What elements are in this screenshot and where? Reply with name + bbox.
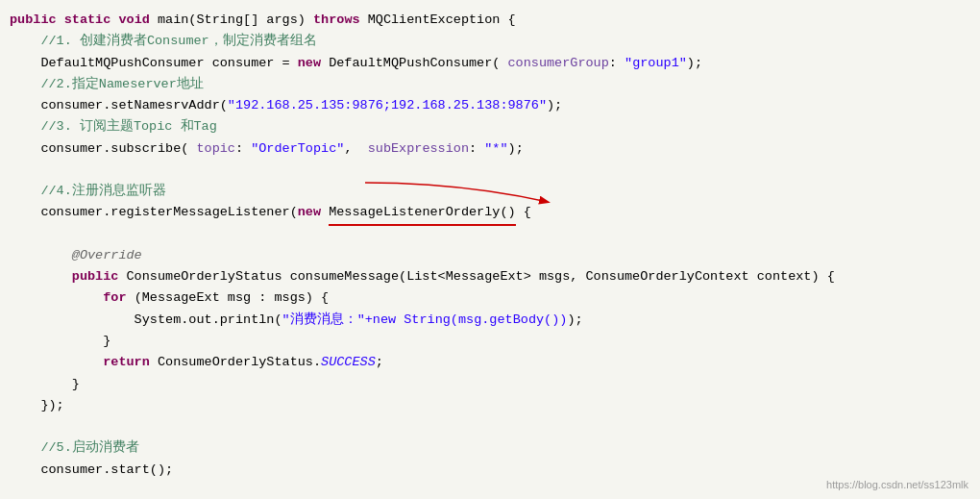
keyword-public-2: public bbox=[72, 266, 119, 287]
keyword-public: public bbox=[10, 10, 57, 31]
keyword-void: void bbox=[118, 10, 149, 31]
string-star: "*" bbox=[484, 138, 507, 160]
param-subexpression: subExpression bbox=[368, 138, 469, 160]
param-consumergroup: consumerGroup bbox=[508, 53, 609, 74]
keyword-throws: throws bbox=[313, 10, 360, 31]
code-container: public static void main(String[] args) t… bbox=[0, 0, 980, 499]
code-line-20 bbox=[10, 416, 965, 437]
code-line-19: }); bbox=[10, 395, 965, 416]
code-line-1: public static void main(String[] args) t… bbox=[10, 10, 965, 31]
comment-5: //5.启动消费者 bbox=[10, 437, 139, 459]
code-line-18: } bbox=[10, 374, 965, 395]
string-consume-msg: "消费消息："+new String(msg.getBody()) bbox=[282, 310, 568, 331]
code-line-2: //1. 创建消费者Consumer，制定消费者组名 bbox=[10, 31, 965, 52]
keyword-static: static bbox=[64, 10, 111, 31]
annotation-override: @Override bbox=[72, 245, 142, 266]
code-line-16: } bbox=[10, 331, 965, 352]
code-line-13: public ConsumeOrderlyStatus consumeMessa… bbox=[10, 266, 965, 287]
code-line-3: DefaultMQPushConsumer consumer = new Def… bbox=[10, 53, 965, 74]
string-ordertopic: "OrderTopic" bbox=[251, 138, 344, 160]
code-line-8 bbox=[10, 160, 965, 181]
string-group1: "group1" bbox=[625, 53, 687, 74]
code-line-10: consumer.registerMessageListener(new Mes… bbox=[10, 202, 965, 223]
code-line-11 bbox=[10, 224, 965, 245]
code-line-22: consumer.start(); bbox=[10, 460, 965, 481]
code-line-21: //5.启动消费者 bbox=[10, 437, 965, 459]
code-line-5: consumer.setNamesrvAddr("192.168.25.135:… bbox=[10, 95, 965, 116]
comment-1: //1. 创建消费者Consumer，制定消费者组名 bbox=[10, 31, 317, 52]
code-line-15: System.out.println("消费消息："+new String(ms… bbox=[10, 310, 965, 331]
comment-4: //4.注册消息监听器 bbox=[10, 181, 166, 202]
keyword-return: return bbox=[103, 352, 150, 373]
string-nameserver: "192.168.25.135:9876;192.168.25.138:9876… bbox=[228, 95, 547, 116]
code-line-4: //2.指定Nameserver地址 bbox=[10, 74, 965, 95]
code-line-7: consumer.subscribe( topic: "OrderTopic",… bbox=[10, 138, 965, 160]
param-topic: topic bbox=[196, 138, 235, 160]
code-line-12: @Override bbox=[10, 245, 965, 266]
keyword-for: for bbox=[103, 287, 126, 309]
field-success: SUCCESS bbox=[321, 352, 376, 373]
code-line-23 bbox=[10, 481, 965, 499]
comment-3: //3. 订阅主题Topic 和Tag bbox=[10, 116, 217, 137]
code-line-14: for (MessageExt msg : msgs) { bbox=[10, 287, 965, 309]
class-messagelistenerorderly: MessageListenerOrderly() bbox=[329, 202, 515, 223]
code-line-9: //4.注册消息监听器 bbox=[10, 181, 965, 202]
code-line-6: //3. 订阅主题Topic 和Tag bbox=[10, 116, 965, 137]
comment-2: //2.指定Nameserver地址 bbox=[10, 74, 204, 95]
footer-url: https://blog.csdn.net/ss123mlk bbox=[826, 476, 968, 493]
keyword-new-2: new bbox=[298, 202, 321, 223]
code-line-17: return ConsumeOrderlyStatus.SUCCESS; bbox=[10, 352, 965, 373]
keyword-new-1: new bbox=[298, 53, 321, 74]
